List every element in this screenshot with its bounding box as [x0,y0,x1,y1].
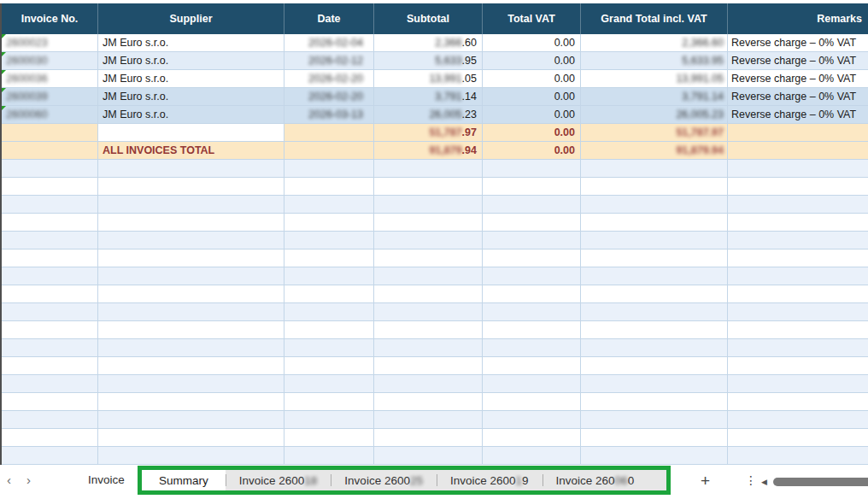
sheet-tab-summary[interactable]: Summary [142,470,226,490]
total-vat-cell[interactable]: 0.00 [483,142,581,160]
empty-cell[interactable] [581,285,728,303]
empty-cell[interactable] [483,429,581,447]
empty-cell[interactable] [374,285,483,303]
empty-cell[interactable] [2,267,98,285]
sheet-nav-next-icon[interactable]: › [26,473,31,487]
empty-cell[interactable] [581,357,728,375]
add-sheet-button[interactable]: + [701,472,710,490]
empty-cell[interactable] [2,447,98,465]
empty-cell[interactable] [728,411,868,429]
empty-cell[interactable] [483,411,581,429]
empty-cell[interactable] [728,375,868,393]
sheet-tab-invoice-3[interactable]: Invoice 260019 [437,470,542,490]
grand-total-cell[interactable]: 13,991.05 [581,70,728,88]
empty-cell[interactable] [374,232,483,250]
empty-cell[interactable] [98,267,284,285]
total-vat-cell[interactable]: 0.00 [483,106,581,124]
column-header-supplier[interactable]: Supplier [98,3,284,34]
invoice-no-cell[interactable]: 2600060 [2,106,98,124]
empty-cell[interactable] [284,357,374,375]
empty-cell[interactable] [374,160,483,178]
empty-cell[interactable] [98,375,284,393]
empty-cell[interactable] [2,178,98,196]
column-header-remarks[interactable]: Remarks [728,3,868,34]
grand-total-cell[interactable]: 3,791.14 [581,88,728,106]
empty-cell[interactable] [98,447,284,465]
empty-cell[interactable] [374,267,483,285]
empty-cell[interactable] [2,160,98,178]
empty-cell[interactable] [98,160,284,178]
sheet-tab-invoice-2[interactable]: Invoice 260025 [331,470,437,490]
empty-cell[interactable] [98,178,284,196]
empty-cell[interactable] [98,232,284,250]
empty-cell[interactable] [2,196,98,214]
empty-cell[interactable] [728,321,868,339]
grand-total-cell[interactable]: 2,366.60 [581,34,728,52]
empty-cell[interactable] [284,447,374,465]
sheet-tab-invoice-1[interactable]: Invoice 260018 [226,470,331,490]
empty-cell[interactable] [483,178,581,196]
empty-cell[interactable] [581,339,728,357]
empty-cell[interactable] [2,375,98,393]
empty-cell[interactable] [374,214,483,232]
column-header-total-vat[interactable]: Total VAT [483,3,581,34]
empty-cell[interactable] [581,411,728,429]
empty-cell[interactable] [284,321,374,339]
empty-cell[interactable] [374,178,483,196]
remarks-cell[interactable]: Reverse charge – 0% VAT [728,88,868,106]
empty-cell[interactable] [728,447,868,465]
sheet-tab-invoice[interactable]: Invoice [88,473,125,486]
total-vat-cell[interactable]: 0.00 [483,34,581,52]
empty-cell[interactable] [2,321,98,339]
empty-cell[interactable] [728,250,868,267]
empty-cell[interactable] [483,447,581,465]
empty-cell[interactable] [728,160,868,178]
empty-cell[interactable] [581,214,728,232]
total-grand-cell[interactable]: 51,787.97 [581,124,728,142]
remarks-cell[interactable]: Reverse charge – 0% VAT [728,106,868,124]
horizontal-scrollbar-thumb[interactable] [773,478,868,486]
empty-cell[interactable] [728,339,868,357]
supplier-cell[interactable]: JM Euro s.r.o. [98,34,284,52]
empty-cell[interactable] [728,267,868,285]
empty-cell[interactable] [483,214,581,232]
empty-cell[interactable] [483,357,581,375]
empty-cell[interactable] [98,339,284,357]
empty-cell[interactable] [2,339,98,357]
empty-cell[interactable] [483,303,581,321]
empty-cell[interactable] [581,375,728,393]
empty-cell[interactable] [483,321,581,339]
empty-cell[interactable] [2,214,98,232]
grand-total-cell[interactable]: 26,005.23 [581,106,728,124]
total-empty-cell[interactable] [728,124,868,142]
invoice-no-cell[interactable]: 2600023 [2,34,98,52]
empty-cell[interactable] [284,232,374,250]
empty-cell[interactable] [483,393,581,411]
total-empty-cell[interactable] [2,142,98,160]
empty-cell[interactable] [2,285,98,303]
empty-cell[interactable] [98,303,284,321]
empty-cell[interactable] [284,250,374,267]
total-empty-cell[interactable] [284,142,374,160]
total-subtotal-cell[interactable]: 91,879.94 [374,142,483,160]
invoice-no-cell[interactable]: 2600036 [2,70,98,88]
empty-cell[interactable] [581,196,728,214]
empty-cell[interactable] [2,357,98,375]
supplier-cell[interactable]: JM Euro s.r.o. [98,52,284,70]
total-empty-cell[interactable] [284,124,374,142]
subtotal-cell[interactable]: 5,633.95 [374,52,483,70]
date-cell[interactable]: 2026-02-12 [284,52,374,70]
empty-cell[interactable] [483,232,581,250]
date-cell[interactable]: 2026-03-13 [284,106,374,124]
empty-cell[interactable] [581,267,728,285]
subtotal-cell[interactable]: 26,005.23 [374,106,483,124]
empty-cell[interactable] [374,303,483,321]
empty-cell[interactable] [728,429,868,447]
empty-cell[interactable] [581,321,728,339]
empty-cell[interactable] [284,267,374,285]
empty-cell[interactable] [483,267,581,285]
empty-cell[interactable] [483,375,581,393]
empty-cell[interactable] [98,357,284,375]
total-empty-cell[interactable] [2,124,98,142]
empty-cell[interactable] [284,411,374,429]
